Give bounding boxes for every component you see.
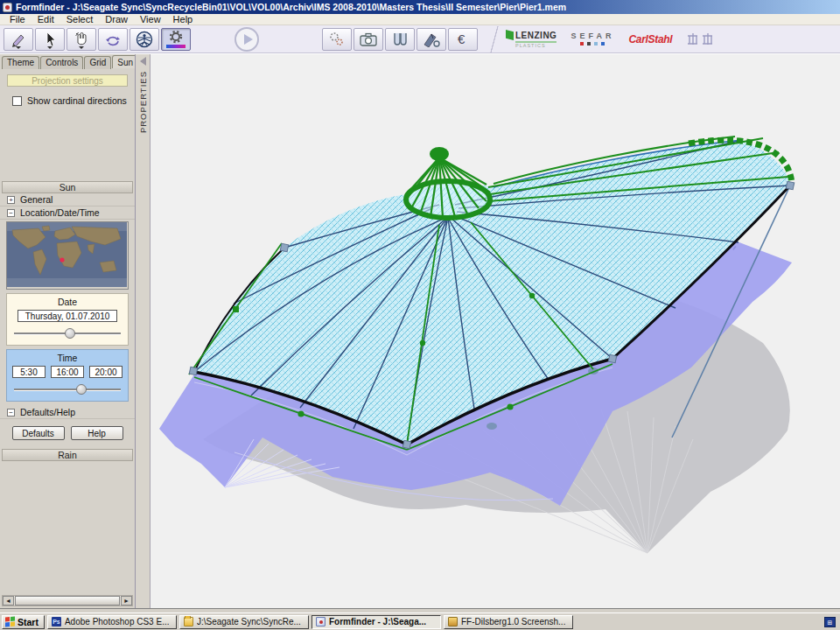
window-title: Formfinder - J:\Seagate Sync\SyncRecycle… [16, 2, 566, 12]
toolbar: € LENZING PLASTICS SEFAR CarlStahl [0, 25, 840, 53]
formfinding-gears-icon [328, 32, 346, 47]
sun-settings-tool-button[interactable] [161, 28, 191, 51]
sidebar-tabs: Theme Controls Grid Sun Images [0, 54, 135, 69]
grab-tool-button[interactable] [66, 28, 96, 51]
euro-icon: € [454, 32, 472, 47]
location-date-time-expander[interactable]: − Location/Date/Time [0, 206, 135, 220]
pen-tool-button[interactable] [416, 28, 446, 51]
menu-select[interactable]: Select [60, 14, 100, 24]
projection-settings-button[interactable]: Projection settings [7, 74, 128, 87]
tray-icon[interactable]: ⊞ [824, 617, 836, 627]
tab-theme[interactable]: Theme [2, 56, 39, 69]
menu-draw[interactable]: Draw [99, 14, 134, 24]
play-button[interactable] [234, 27, 259, 52]
photoshop-icon: Ps [52, 617, 61, 626]
orbit-icon [104, 32, 122, 47]
cardinal-directions-checkbox[interactable] [12, 96, 22, 106]
taskbar: Start Ps Adobe Photoshop CS3 E... J:\Sea… [0, 612, 840, 630]
folder-icon [184, 617, 193, 626]
dropdown-arrow-icon [16, 46, 21, 49]
svg-text:€: € [458, 32, 466, 46]
time-label: Time [12, 353, 122, 363]
vitruvian-man-icon [135, 31, 154, 48]
general-expander[interactable]: + General [0, 193, 135, 206]
time-field-current[interactable]: 16:00 [51, 366, 84, 378]
tab-sun[interactable]: Sun [112, 55, 136, 68]
tab-controls[interactable]: Controls [40, 56, 83, 69]
properties-collapsed-panel[interactable]: PROPERTIES [136, 54, 150, 608]
taskbar-item-explorer[interactable]: J:\Seagate Sync\SyncRe... [179, 615, 309, 629]
properties-label: PROPERTIES [138, 71, 148, 133]
time-field-start[interactable]: 5:30 [12, 366, 46, 378]
sefar-squares-icon [570, 42, 614, 46]
defaults-button[interactable]: Defaults [12, 426, 65, 440]
help-button[interactable]: Help [71, 426, 123, 440]
windows-logo-icon [5, 616, 15, 626]
settings-gear-icon [168, 31, 184, 44]
mast-ring [406, 181, 490, 218]
time-slider[interactable] [12, 383, 122, 396]
date-panel: Date Thursday, 01.07.2010 [6, 293, 129, 346]
orbit-tool-button[interactable] [98, 28, 128, 51]
taskbar-item-formfinder[interactable]: Formfinder - J:\Seaga... [312, 615, 441, 629]
gradient-bar-icon [166, 45, 186, 48]
collapse-arrow-icon [140, 57, 146, 66]
date-field[interactable]: Thursday, 01.07.2010 [18, 310, 117, 322]
rain-section-header[interactable]: Rain [2, 449, 133, 461]
cost-tool-button[interactable]: € [448, 28, 478, 51]
formfinder-icon [316, 617, 326, 626]
menu-bar: File Edit Select Draw View Help [0, 14, 840, 25]
menu-edit[interactable]: Edit [32, 14, 60, 24]
draw-tool-button[interactable] [4, 28, 33, 51]
menu-help[interactable]: Help [167, 14, 200, 24]
date-label: Date [12, 297, 122, 307]
date-slider-thumb[interactable] [65, 328, 75, 339]
date-slider[interactable] [12, 327, 122, 340]
tab-grid[interactable]: Grid [84, 56, 111, 69]
lenzing-flag-icon [506, 30, 514, 40]
dropdown-arrow-icon [47, 46, 52, 49]
draw-pencil-icon [10, 32, 27, 47]
location-marker [60, 257, 64, 262]
menu-view[interactable]: View [134, 14, 167, 24]
mast-knob [430, 147, 449, 161]
toolbar-separator [488, 26, 500, 52]
menu-file[interactable]: File [4, 14, 32, 24]
sun-section-header[interactable]: Sun [2, 181, 133, 193]
select-tool-button[interactable] [35, 28, 65, 51]
formfinding-tool-button[interactable] [322, 28, 352, 51]
dropdown-arrow-icon [79, 46, 84, 49]
carlstahl-logo: CarlStahl [628, 33, 672, 46]
scroll-left-icon[interactable]: ◄ [3, 596, 14, 606]
camera-icon [359, 32, 378, 47]
image-file-icon [448, 617, 458, 626]
minus-icon[interactable]: − [7, 209, 15, 217]
grab-hand-icon [73, 32, 90, 47]
sidebar-hscrollbar[interactable]: ◄ ► [2, 595, 133, 606]
world-map[interactable] [6, 221, 129, 290]
select-cursor-icon [41, 32, 59, 47]
time-slider-thumb[interactable] [76, 384, 87, 395]
taskbar-item-photoshop[interactable]: Ps Adobe Photoshop CS3 E... [47, 615, 177, 629]
defaults-help-expander[interactable]: − Defaults/Help [0, 406, 135, 419]
scroll-right-icon[interactable]: ► [121, 596, 132, 606]
app-icon [3, 3, 12, 12]
model-viewport[interactable] [150, 54, 840, 608]
start-button[interactable]: Start [2, 615, 45, 629]
partner-logo [686, 32, 716, 46]
taskbar-item-screenshot[interactable]: FF-Dilsberg1.0 Screensh... [444, 615, 573, 629]
human-scale-tool-button[interactable] [130, 28, 159, 51]
columns-tool-button[interactable] [385, 28, 415, 51]
lenzing-logo: LENZING PLASTICS [506, 30, 556, 48]
cardinal-directions-label: Show cardinal directions [27, 95, 127, 106]
snapshot-tool-button[interactable] [354, 28, 383, 51]
scrollbar-thumb[interactable] [15, 596, 120, 606]
sefar-logo: SEFAR [570, 32, 614, 46]
sidebar: Theme Controls Grid Sun Images Projectio… [0, 54, 136, 608]
plus-icon[interactable]: + [7, 196, 15, 204]
sponsor-logos: LENZING PLASTICS SEFAR CarlStahl [506, 30, 716, 48]
time-field-end[interactable]: 20:00 [89, 366, 122, 378]
minus-icon[interactable]: − [7, 409, 15, 416]
pen-icon [422, 32, 441, 47]
title-bar: Formfinder - J:\Seagate Sync\SyncRecycle… [0, 0, 840, 14]
